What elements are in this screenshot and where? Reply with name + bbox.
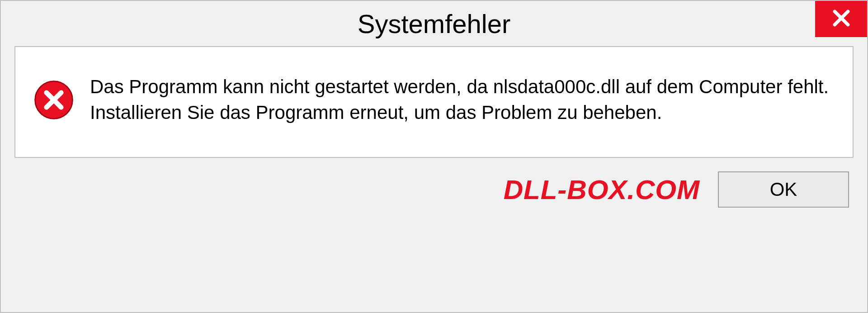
- dialog-title: Systemfehler: [358, 9, 510, 39]
- watermark-text: DLL-BOX.COM: [504, 174, 700, 205]
- error-dialog: Systemfehler Das Programm kann nicht ges…: [0, 0, 868, 313]
- close-icon: [831, 8, 851, 30]
- message-panel: Das Programm kann nicht gestartet werden…: [14, 46, 854, 158]
- close-button[interactable]: [815, 1, 867, 37]
- ok-button[interactable]: OK: [718, 171, 849, 208]
- error-icon: [33, 80, 74, 120]
- dialog-footer: DLL-BOX.COM OK: [1, 158, 867, 221]
- title-bar: Systemfehler: [1, 1, 867, 46]
- error-message: Das Programm kann nicht gestartet werden…: [90, 74, 835, 125]
